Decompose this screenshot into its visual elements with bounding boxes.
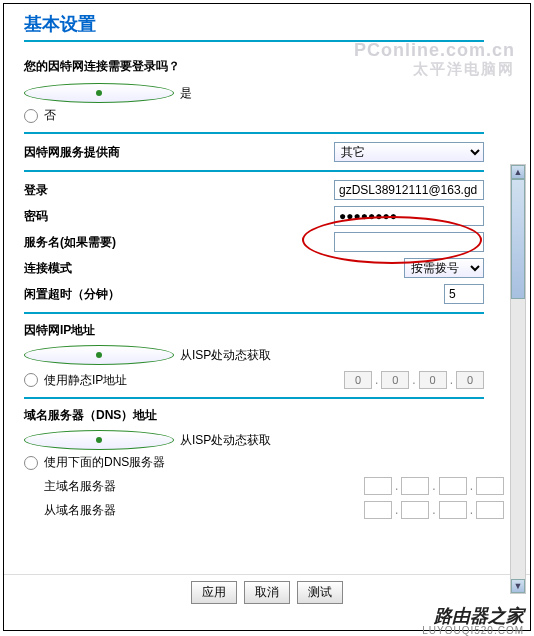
dns-s-3[interactable] bbox=[439, 501, 467, 519]
divider bbox=[24, 312, 484, 314]
ip-octet-2[interactable] bbox=[381, 371, 409, 389]
service-input[interactable] bbox=[334, 232, 484, 252]
apply-button[interactable]: 应用 bbox=[191, 581, 237, 604]
radio-ip-static[interactable] bbox=[24, 373, 38, 387]
page-title: 基本设置 bbox=[24, 12, 510, 36]
dns-s-1[interactable] bbox=[364, 501, 392, 519]
dns-primary-label: 主域名服务器 bbox=[44, 478, 364, 495]
divider bbox=[24, 132, 484, 134]
radio-no-label: 否 bbox=[44, 107, 56, 124]
radio-dns-dynamic[interactable] bbox=[24, 430, 174, 450]
dns-dynamic-label: 从ISP处动态获取 bbox=[180, 432, 271, 449]
login-label: 登录 bbox=[24, 182, 334, 199]
radio-dns-custom[interactable] bbox=[24, 456, 38, 470]
divider bbox=[24, 170, 484, 172]
conn-mode-select[interactable]: 按需拨号 bbox=[404, 258, 484, 278]
idle-input[interactable] bbox=[444, 284, 484, 304]
password-label: 密码 bbox=[24, 208, 334, 225]
dns-p-1[interactable] bbox=[364, 477, 392, 495]
idle-label: 闲置超时（分钟） bbox=[24, 286, 444, 303]
dns-s-4[interactable] bbox=[476, 501, 504, 519]
conn-mode-label: 连接模式 bbox=[24, 260, 404, 277]
button-bar: 应用 取消 测试 bbox=[4, 574, 530, 610]
divider bbox=[24, 40, 484, 42]
dns-secondary-fields: . . . bbox=[364, 501, 504, 519]
service-label: 服务名(如果需要) bbox=[24, 234, 334, 251]
dns-p-2[interactable] bbox=[401, 477, 429, 495]
login-question: 您的因特网连接需要登录吗？ bbox=[24, 58, 510, 75]
scroll-up-icon[interactable]: ▲ bbox=[511, 165, 525, 179]
dns-s-2[interactable] bbox=[401, 501, 429, 519]
ip-static-fields: . . . bbox=[344, 371, 484, 389]
password-input[interactable] bbox=[334, 206, 484, 226]
cancel-button[interactable]: 取消 bbox=[244, 581, 290, 604]
test-button[interactable]: 测试 bbox=[297, 581, 343, 604]
scroll-down-icon[interactable]: ▼ bbox=[511, 579, 525, 593]
ip-static-label: 使用静态IP地址 bbox=[44, 372, 344, 389]
dns-p-4[interactable] bbox=[476, 477, 504, 495]
radio-yes-label: 是 bbox=[180, 85, 192, 102]
dns-p-3[interactable] bbox=[439, 477, 467, 495]
radio-yes[interactable] bbox=[24, 83, 174, 103]
isp-label: 因特网服务提供商 bbox=[24, 144, 334, 161]
ip-dynamic-label: 从ISP处动态获取 bbox=[180, 347, 271, 364]
dns-secondary-label: 从域名服务器 bbox=[44, 502, 364, 519]
radio-no[interactable] bbox=[24, 109, 38, 123]
divider bbox=[24, 397, 484, 399]
ip-octet-4[interactable] bbox=[456, 371, 484, 389]
scrollbar[interactable]: ▲ ▼ bbox=[510, 164, 526, 594]
scroll-thumb[interactable] bbox=[511, 179, 525, 299]
dns-section-title: 域名服务器（DNS）地址 bbox=[24, 407, 510, 424]
ip-octet-1[interactable] bbox=[344, 371, 372, 389]
radio-ip-dynamic[interactable] bbox=[24, 345, 174, 365]
isp-select[interactable]: 其它 bbox=[334, 142, 484, 162]
ip-section-title: 因特网IP地址 bbox=[24, 322, 510, 339]
dns-primary-fields: . . . bbox=[364, 477, 504, 495]
dns-custom-label: 使用下面的DNS服务器 bbox=[44, 454, 165, 471]
login-input[interactable] bbox=[334, 180, 484, 200]
ip-octet-3[interactable] bbox=[419, 371, 447, 389]
